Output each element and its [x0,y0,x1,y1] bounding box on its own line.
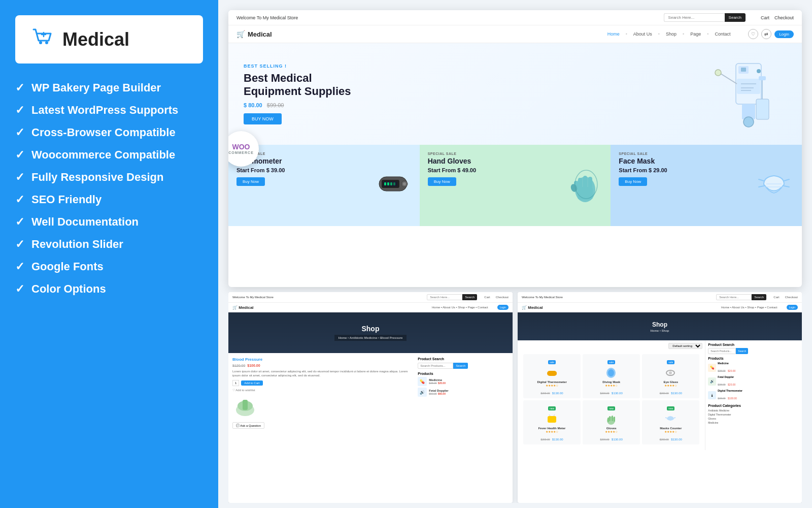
pg-sp-1: 💊 Medicine$38.00 $20.00 [708,362,799,374]
pg-item-2: sale Diving Mask ★★★★☆ $200.00 $130.00 [583,354,640,398]
add-cart-btn[interactable]: Add to Cart [241,380,262,386]
commerce-text: COMMERCE [228,151,254,154]
shop-page-preview: Welcome To My Medical Store Search Cart … [228,292,513,503]
preview-navbar: 🛒 Medical Home•About Us•Shop•Page•Contac… [228,25,802,43]
pg-badge-6: new [667,406,674,410]
card-buy-btn-1[interactable]: Buy Now [236,177,265,186]
preview-topbar: Welcome To My Medical Store Search Cart … [228,10,802,25]
sp-search-input[interactable] [427,294,462,300]
sp-products-label: Products [418,372,509,375]
left-panel: Medical ✓WP Bakery Page Builder✓Latest W… [0,0,218,508]
pg-login-btn[interactable]: Login [787,305,798,310]
pg-search-btn[interactable]: Search [752,294,766,300]
card-buy-btn-2[interactable]: Buy Now [428,177,456,186]
check-icon: ✓ [15,148,24,162]
pg-badge-5: new [607,406,615,410]
welcome-text: Welcome To My Medical Store [236,15,298,20]
sidebar-search-input[interactable] [418,363,453,369]
feature-item: ✓Cross-Browser Compatible [15,126,203,139]
pg-img-5 [585,411,638,427]
compare-icon[interactable]: ⇄ [761,29,771,39]
sorting-select[interactable]: Default sorting [668,343,702,349]
nav-separator: • [707,31,708,37]
svg-rect-51 [548,416,556,423]
svg-rect-55 [609,416,611,421]
nav-link-contact[interactable]: Contact [715,31,730,37]
pg-img-1 [525,365,579,380]
check-icon: ✓ [15,171,24,184]
pg-nav: 🛒 Medical Home • About Us • Shop • Page … [518,303,802,312]
nav-link-home[interactable]: Home [607,31,620,37]
pg-checkout[interactable]: Checkout [785,296,798,299]
search-area: Search [664,13,746,22]
pg-stars-1: ★★★★☆ [525,384,579,387]
sp-checkout[interactable]: Checkout [496,296,509,299]
pg-cat-3[interactable]: Gloves [708,417,799,420]
pg-item-1: sale Digital Thermometer ★★★★☆ $200.00 $… [523,354,581,398]
sp-search-btn[interactable]: Search [462,294,477,300]
svg-rect-57 [614,417,615,422]
search-input[interactable] [664,13,725,22]
pg-cat-4[interactable]: Medicine [708,421,799,424]
pg-badge-2: sale [607,360,615,364]
nav-link-shop[interactable]: Shop [666,31,676,37]
thermometer-image [369,162,415,209]
feature-list: ✓WP Bakery Page Builder✓Latest WordPress… [15,81,203,296]
check-icon: ✓ [15,126,24,139]
svg-rect-23 [387,182,389,185]
sp-breadcrumb: Home • Antibiotic Medicine • Blood Press… [334,335,407,341]
hero-content: BEST SELLING ! Best MedicalEquipment Sup… [244,64,351,125]
ask-question-btn[interactable]: 💬 Ask a Question [232,422,264,429]
buy-now-button[interactable]: BUY NOW [244,113,282,124]
card-badge-3: SPECIAL SALE [619,152,794,155]
nav-link-about us[interactable]: About Us [633,31,652,37]
sp-shop-title: Shop [334,325,407,333]
pg-categories-label: Product Categories [708,404,799,407]
pg-cat-2[interactable]: Digital Thermometer [708,413,799,416]
pg-cart[interactable]: Cart [773,296,779,299]
wishlist-icon[interactable]: ♡ [748,29,758,39]
right-panel: WOO COMMERCE Welcome To My Medical Store… [218,0,812,508]
qty-input[interactable]: 1 [232,380,239,386]
pg-sidebar: Product Search Search Products 💊 Medicin… [705,340,802,450]
pg-sidebar-search-btn[interactable]: Search [736,348,748,354]
sp-topbar: Welcome To My Medical Store Search Cart … [228,292,513,303]
nav-links: Home•About Us•Shop•Page•Contact [607,31,731,37]
card-buy-btn-3[interactable]: Buy Now [619,177,647,186]
sp-product-area: Blood Pressure $120.00 $100.00 Lorem ips… [232,357,414,429]
sp-login-btn[interactable]: Login [497,305,509,310]
pg-img-2 [585,365,638,380]
mask-card: SPECIAL SALE Face Mask Start From $ 29.0… [611,145,802,226]
sidebar-product-1: 💊 Medicine $38.00 $20.00 [418,377,509,386]
wishlist-link[interactable]: ♡ Add to wishlist [232,388,414,392]
pg-sidebar-search[interactable] [708,348,736,354]
pg-sp-3: 🌡 Digital Thermometer$38.00 $100.00 [708,389,799,401]
sp-cart[interactable]: Cart [484,296,490,299]
search-button[interactable]: Search [725,13,746,22]
cart-link[interactable]: Cart [761,15,769,20]
sp-product-image [232,395,414,420]
nav-link-page[interactable]: Page [690,31,701,37]
pg-img-6 [644,411,697,427]
hero-old-price: $99.00 [267,102,284,108]
pg-cat-1[interactable]: Antibiotic Medicine [708,409,799,412]
feature-item: ✓Woocommerce Compatible [15,148,203,162]
gloves-card: SPECIAL SALE Hand Gloves Start From $ 49… [420,145,611,226]
sp-welcome: Welcome To My Medical Store [232,296,274,299]
svg-line-37 [759,186,764,187]
svg-line-59 [665,418,667,418]
feature-item: ✓Google Fonts [15,260,203,273]
sp-sidebar: Product Search Search Products 💊 Medicin… [418,357,509,429]
feature-item: ✓Color Options [15,282,203,296]
feature-item: ✓WP Bakery Page Builder [15,81,203,94]
pg-search-input[interactable] [716,294,752,300]
svg-point-50 [669,371,672,374]
checkout-link[interactable]: Checkout [774,15,794,20]
pg-item-3: sale Eye Glass ★★★★☆ $200.00 $130.00 [642,354,699,398]
sidebar-search-btn[interactable]: Search [453,363,468,369]
pg-stars-6: ★★★★☆ [644,430,697,433]
pg-categories: Antibiotic Medicine Digital Thermometer … [708,409,799,424]
login-button[interactable]: Login [774,30,794,38]
sp-section-title: Blood Pressure [232,357,414,362]
nav-separator: • [626,31,627,37]
